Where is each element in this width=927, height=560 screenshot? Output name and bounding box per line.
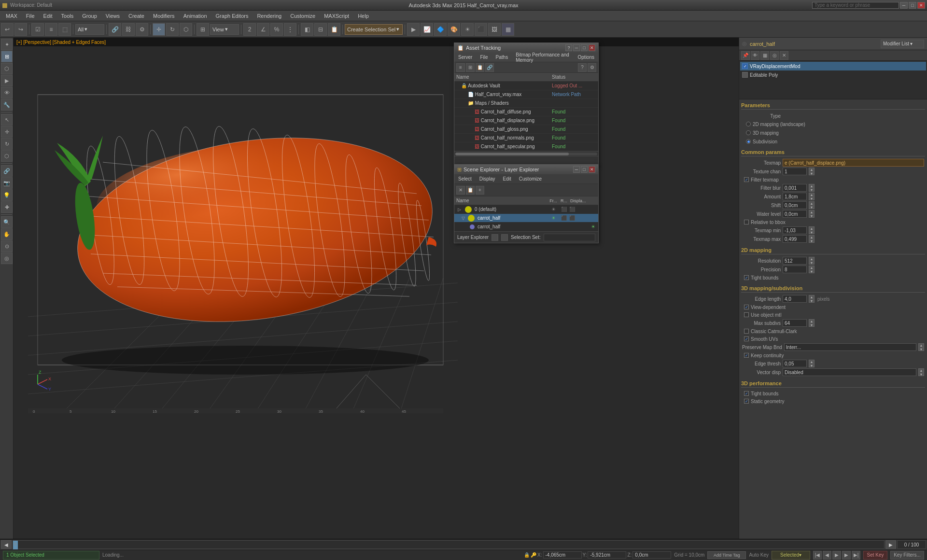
next-frame-btn[interactable]: ▶ (842, 551, 851, 560)
key-filters-btn[interactable]: Key Filters... (890, 551, 924, 560)
type-3d-row[interactable]: 3D mapping (746, 129, 925, 137)
make-unique-btn[interactable]: ◎ (770, 51, 779, 60)
menu-customize[interactable]: Customize (286, 12, 319, 20)
asset-minimize-btn[interactable]: ─ (573, 44, 580, 51)
add-time-tag-btn[interactable]: Add Time Tag (707, 551, 746, 559)
hierarchy-tool[interactable]: ⬡ (1, 63, 13, 74)
show-end-result-btn[interactable]: ▦ (760, 51, 769, 60)
view-dependent-row[interactable]: View-dependent (741, 303, 925, 311)
select-rotate-btn[interactable]: ↻ (166, 23, 179, 36)
classic-catmull-checkbox[interactable] (744, 329, 749, 334)
smooth-uvs-checkbox[interactable] (744, 336, 749, 341)
material-editor-btn[interactable]: 🎨 (448, 23, 460, 36)
close-btn[interactable]: ✕ (917, 2, 925, 9)
texmap-max-spinner[interactable]: ▲ ▼ (809, 235, 815, 243)
modifier-list-dropdown[interactable]: Modifier List ▾ (881, 40, 924, 48)
type-2d-row[interactable]: 2D mapping (landscape) (746, 120, 925, 128)
field-of-view-tool[interactable]: ◎ (1, 252, 13, 264)
orbit-tool[interactable]: ⊙ (1, 240, 13, 252)
x-value[interactable]: -4,065cm (543, 551, 582, 559)
ref-coord-dropdown[interactable]: View ▾ (210, 24, 239, 35)
preserve-map-spinner[interactable]: ▲ ▼ (918, 343, 924, 351)
asset-menu-bitmap[interactable]: Bitmap Performance and Memory (514, 51, 572, 64)
asset-row-diffuse[interactable]: 🖼 Carrot_half_diffuse.png Found (454, 108, 598, 116)
timeline-left-btn[interactable]: ◀ (1, 540, 12, 549)
redo-btn[interactable]: ↪ (14, 23, 27, 36)
helper-tool[interactable]: ✚ (1, 201, 13, 213)
scene-minimize-btn[interactable]: ─ (573, 166, 580, 173)
expand-carrot[interactable]: ▽ (459, 216, 467, 221)
vector-disp-value[interactable]: Disabled (783, 368, 916, 376)
edge-length-value[interactable]: 4,0 (783, 295, 807, 303)
menu-help[interactable]: Help (354, 12, 373, 20)
scene-close-btn[interactable]: ✕ (589, 166, 595, 173)
menu-max[interactable]: MAX (2, 12, 21, 20)
edge-thresh-value[interactable]: 0,05 (783, 360, 807, 367)
classic-catmull-row[interactable]: Classic Catmull-Clark (741, 327, 925, 335)
asset-row-vault[interactable]: 🔒 Autodesk Vault Logged Out ... (454, 82, 598, 90)
scene-menu-edit[interactable]: Edit (501, 175, 513, 182)
mirror-btn[interactable]: ◧ (301, 23, 313, 36)
menu-file[interactable]: File (22, 12, 39, 20)
asset-row-max[interactable]: 📄 Half_Carrot_vray.max Network Path (454, 90, 598, 99)
viewport-area[interactable]: [+] [Perspective] [Shaded + Edged Faces]… (14, 38, 739, 539)
curve-editor-btn[interactable]: 📈 (421, 23, 433, 36)
timeline-range[interactable]: 0 / 100 (897, 540, 926, 549)
asset-scroll-thumb[interactable] (455, 153, 569, 155)
z-value[interactable]: 0,0cm (632, 551, 671, 559)
water-level-spinner[interactable]: ▲ ▼ (809, 210, 815, 218)
unlink-btn[interactable]: ⛓ (122, 23, 135, 36)
link-btn[interactable]: 🔗 (109, 23, 121, 36)
asset-row-displace[interactable]: 🖼 Carrot_half_displace.png Found (454, 116, 598, 125)
asset-tb-settings[interactable]: ⚙ (588, 63, 596, 72)
asset-row-maps[interactable]: 📁 Maps / Shaders (454, 99, 598, 108)
percent-snap-btn[interactable]: % (270, 23, 283, 36)
vector-disp-spinner[interactable]: ▲ ▼ (918, 368, 924, 376)
maximize-btn[interactable]: □ (909, 2, 916, 9)
asset-row-specular[interactable]: 🖼 Carrot_half_specular.png Found (454, 142, 598, 151)
type-3d-radio[interactable] (746, 130, 751, 135)
menu-create[interactable]: Create (125, 12, 148, 20)
select-name-btn[interactable]: ≡ (45, 23, 57, 36)
undo-btn[interactable]: ↩ (1, 23, 14, 36)
scene-menu-customize[interactable]: Customize (517, 175, 544, 182)
type-2d-radio[interactable] (746, 122, 751, 126)
scene-row-default[interactable]: ▷ 0 (default) ☀ ⬛ ⬛ (454, 205, 598, 214)
keep-continuity-row[interactable]: Keep continuity (741, 351, 925, 359)
render-setup-btn[interactable]: ☀ (461, 23, 474, 36)
menu-tools[interactable]: Tools (57, 12, 78, 20)
type-subdiv-row[interactable]: Subdivision (746, 138, 925, 145)
asset-tb-btn4[interactable]: 🔗 (485, 63, 494, 72)
shift-spinner[interactable]: ▲ ▼ (809, 201, 815, 209)
edge-thresh-spinner[interactable]: ▲ ▼ (809, 360, 815, 367)
timeline-right-btn[interactable]: ▶ (885, 540, 896, 549)
max-subdivs-value[interactable]: 64 (783, 319, 807, 327)
move-tool[interactable]: ✛ (1, 126, 13, 138)
scene-footer-btn2[interactable] (501, 234, 508, 241)
menu-rendering[interactable]: Rendering (253, 12, 285, 20)
texture-chan-value[interactable]: 1 (783, 168, 807, 175)
asset-menu-paths[interactable]: Paths (494, 54, 510, 61)
amount-spinner[interactable]: ▲ ▼ (809, 193, 815, 200)
asset-row-normals[interactable]: 🖼 Carrot_half_normals.png Found (454, 134, 598, 142)
timeline-track[interactable]: 0 (13, 540, 885, 549)
snap-2d-btn[interactable]: 2 (243, 23, 256, 36)
texture-chan-spinner[interactable]: ▲ ▼ (809, 168, 815, 175)
rotate-tool[interactable]: ↻ (1, 138, 13, 150)
viewport-canvas[interactable]: X Y Z 0 5 10 15 20 25 30 35 40 45 (14, 46, 739, 539)
modifier-item-vray[interactable]: ✓ VRayDisplacementMod (740, 62, 926, 70)
light-tool[interactable]: 💡 (1, 189, 13, 201)
angle-snap-btn[interactable]: ∠ (257, 23, 269, 36)
goto-end-btn[interactable]: ▶| (852, 551, 860, 560)
filter-blur-spinner[interactable]: ▲ ▼ (809, 184, 815, 192)
selection-filter-dropdown[interactable]: All ▾ (75, 24, 104, 35)
scene-delete-btn[interactable]: ✕ (456, 186, 465, 195)
layer-mgr-btn[interactable]: 📋 (328, 23, 340, 36)
use-object-mtl-row[interactable]: Use object mtl (741, 311, 925, 319)
menu-modifiers[interactable]: Modifiers (149, 12, 179, 20)
asset-tb-btn3[interactable]: 📋 (476, 63, 484, 72)
scene-row-carrot-layer[interactable]: ▽ carrot_half ☀ ⬛ ⬛ (454, 214, 598, 223)
tight-bounds-3d-checkbox[interactable] (744, 391, 749, 396)
resolution-spinner[interactable]: ▲ ▼ (809, 257, 815, 265)
preserve-map-value[interactable]: Interr... (784, 343, 916, 351)
